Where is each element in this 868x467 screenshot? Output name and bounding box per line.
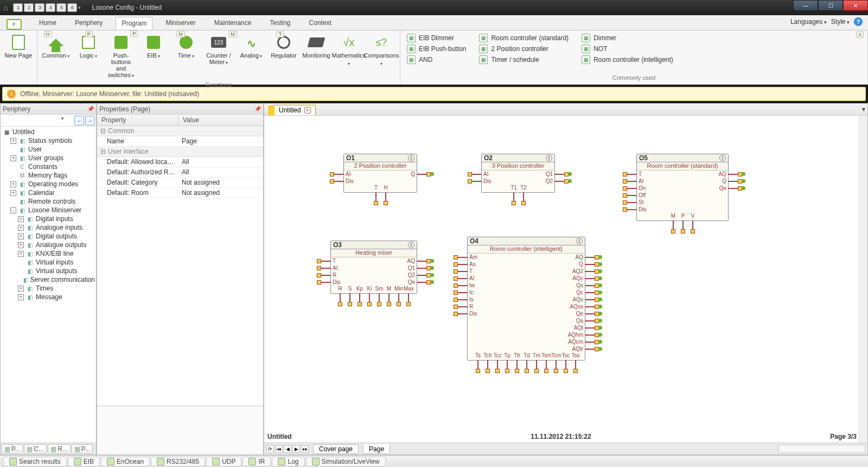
output-qs[interactable]: Qs xyxy=(576,282,583,289)
param-tcm[interactable]: Tcm xyxy=(551,352,561,358)
param-td[interactable]: Td xyxy=(522,352,532,358)
param-ts[interactable]: Ts xyxy=(473,352,483,358)
expander-icon[interactable]: + xyxy=(18,251,24,257)
input-ai[interactable]: AI xyxy=(333,264,337,272)
param-kp[interactable]: Kp xyxy=(355,286,365,292)
expander-icon[interactable]: + xyxy=(10,138,16,144)
param-p[interactable]: P xyxy=(678,213,688,219)
bottom-tab-rs-[interactable]: RS232/485 xyxy=(151,457,205,466)
ribbon-monitoring-button[interactable]: Monitoring xyxy=(301,33,331,80)
input-stub[interactable] xyxy=(627,209,637,210)
output-stub[interactable] xyxy=(417,268,426,269)
output-stub[interactable] xyxy=(417,261,426,262)
prop-row[interactable]: Default: Allowed local u...All xyxy=(97,157,263,167)
output-aqt[interactable]: AQt xyxy=(574,324,583,331)
info-icon[interactable]: i xyxy=(408,242,414,248)
ribbon-tab-context[interactable]: Context xyxy=(303,17,336,30)
ribbon-tab-miniserver[interactable]: MiniserverM xyxy=(160,17,201,30)
param-m[interactable]: M xyxy=(668,213,678,219)
expander-icon[interactable]: + xyxy=(10,155,16,161)
file-button[interactable]: F xyxy=(7,19,22,30)
param-stub[interactable] xyxy=(516,360,518,369)
info-icon[interactable]: i xyxy=(408,155,414,161)
periphery-tab[interactable]: ▦R... xyxy=(48,444,71,453)
input-am[interactable]: Am xyxy=(469,254,477,261)
tree-item-operating-modes[interactable]: +◧Operating modes xyxy=(3,180,95,188)
output-aqc[interactable]: AQc xyxy=(573,275,583,282)
param-stub[interactable] xyxy=(682,220,684,229)
param-tsm[interactable]: Tsm xyxy=(541,352,551,358)
page-tab-cover[interactable]: Cover page xyxy=(313,444,359,454)
param-stub[interactable] xyxy=(375,192,376,201)
input-dis[interactable]: Dis xyxy=(483,178,491,185)
expander-icon[interactable]: + xyxy=(18,286,24,292)
pin-icon[interactable]: 📌 xyxy=(87,106,94,112)
dropdown-icon[interactable]: ▾ xyxy=(61,116,64,125)
param-stub[interactable] xyxy=(507,360,508,369)
param-stub[interactable] xyxy=(369,293,370,302)
param-stub[interactable] xyxy=(556,360,557,369)
ribbon-time-button[interactable]: Time xyxy=(171,33,201,80)
output-stub[interactable] xyxy=(585,292,595,293)
tree-item-knx-eib-line[interactable]: +◧KNX/EIB line xyxy=(3,249,95,258)
block-o5[interactable]: O5iRoom controller (standard)TAIOnOffStD… xyxy=(636,154,729,221)
input-stub[interactable] xyxy=(458,285,468,286)
tabs-menu-icon[interactable]: ▾ xyxy=(862,105,865,113)
pin-icon[interactable]: 📌 xyxy=(254,106,261,112)
prop-row[interactable]: NamePage xyxy=(97,136,263,147)
ribbon-tab-maintenance[interactable]: MaintenanceM xyxy=(209,17,257,30)
input-ic[interactable]: Ic xyxy=(469,289,474,296)
next-page-icon[interactable]: ▶ xyxy=(292,445,300,453)
prop-group-user-interface[interactable]: ⊟User interface xyxy=(97,147,263,157)
param-stub[interactable] xyxy=(359,293,360,302)
output-stub[interactable] xyxy=(585,306,595,307)
output-q[interactable]: Q xyxy=(579,261,583,268)
tree-item-status-symbols[interactable]: +◧Status symbols xyxy=(3,136,95,145)
output-stub[interactable] xyxy=(554,181,564,182)
input-stub[interactable] xyxy=(321,275,331,276)
param-tss[interactable]: Tss xyxy=(571,352,580,358)
input-dis[interactable]: Dis xyxy=(333,279,340,286)
canvas-tab[interactable]: Untitled × xyxy=(274,105,316,115)
page-nav[interactable]: ⟳ ⏮ ◀ ▶ ⏭ xyxy=(266,445,309,453)
param-stub[interactable] xyxy=(536,360,537,369)
output-aqs[interactable]: AQs xyxy=(573,296,583,303)
param-tsc[interactable]: Tsc xyxy=(561,352,571,358)
output-q1[interactable]: Q1 xyxy=(408,264,415,272)
input-r[interactable]: R xyxy=(333,272,336,279)
input-stub[interactable] xyxy=(321,282,331,283)
output-qc[interactable]: Qc xyxy=(576,289,583,296)
vertical-scrollbar[interactable] xyxy=(859,116,867,443)
output-stub[interactable] xyxy=(554,174,564,175)
output-qe[interactable]: Qe xyxy=(576,310,583,317)
qat-6[interactable]: 6 xyxy=(67,3,77,12)
tree-item-digital-inputs[interactable]: +◧Digital inputs xyxy=(3,214,95,223)
qat-3[interactable]: 3 xyxy=(35,3,44,12)
input-iw[interactable]: Iw xyxy=(469,282,475,289)
nav-back-button[interactable]: ← xyxy=(74,116,84,125)
ribbon-counter-meter-button[interactable]: 123Counter / Meter xyxy=(203,33,234,80)
input-dis[interactable]: Dis xyxy=(469,310,477,317)
qat-4[interactable]: 4 xyxy=(46,3,55,12)
common-dimmer[interactable]: ▦Dimmer xyxy=(582,34,673,42)
param-t[interactable]: T xyxy=(371,185,381,191)
expander-icon[interactable]: + xyxy=(18,242,24,248)
common-timer-schedule[interactable]: ▦Timer / schedule xyxy=(479,55,569,64)
tree-item-times[interactable]: +◧Times xyxy=(3,284,95,293)
block-o2[interactable]: O2i3 Position controllerAIDisQ1Q2T1T2 xyxy=(481,154,555,193)
bottom-tab-ir[interactable]: IR xyxy=(242,457,271,466)
tree-item-virtual-inputs[interactable]: ◧Virtual inputs xyxy=(3,258,95,267)
expander-icon[interactable]: + xyxy=(10,190,16,196)
output-stub[interactable] xyxy=(585,257,595,258)
input-ai[interactable]: AI xyxy=(483,171,488,178)
info-icon[interactable]: i xyxy=(719,155,726,161)
param-stub[interactable] xyxy=(565,360,566,369)
maximize-button[interactable]: ☐ xyxy=(818,0,843,11)
output-aq2[interactable]: AQ2 xyxy=(572,268,583,275)
param-sm[interactable]: Sm xyxy=(374,286,384,292)
common-room-controller-intelligent-[interactable]: ▦Room controller (intelligent) xyxy=(582,55,673,64)
output-stub[interactable] xyxy=(728,181,738,182)
param-tch[interactable]: Tch xyxy=(483,352,493,358)
output-aq[interactable]: AQ xyxy=(576,254,583,261)
output-q2[interactable]: Q2 xyxy=(546,178,553,185)
